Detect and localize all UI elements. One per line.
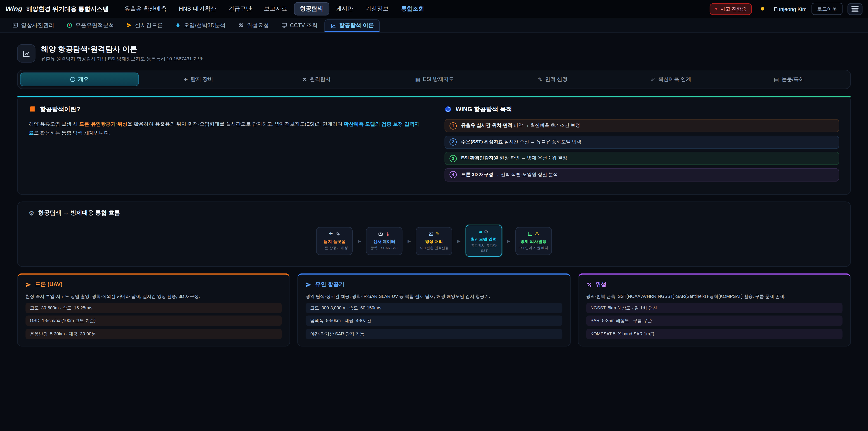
overview-section: 항공탐색이란? 해양 유류오염 발생 시 드론·유인항공기·위성을 활용하여 유… bbox=[17, 96, 851, 195]
page-icon-tile bbox=[17, 44, 35, 63]
number-badge-3: 3 bbox=[450, 155, 457, 162]
tab-prediction-link[interactable]: 확산예측 연계 bbox=[612, 72, 730, 86]
drone-icon bbox=[126, 22, 132, 28]
flow-arrow-icon: ▶ bbox=[358, 238, 361, 243]
chart-icon bbox=[528, 232, 532, 237]
spec-row: 고도: 300-3,000m · 속도: 60-150m/s bbox=[306, 303, 562, 313]
number-badge-2: 2 bbox=[450, 138, 457, 146]
main-nav: 유출유 확산예측 HNS·대기확산 긴급구난 보고자료 항공탐색 게시판 기상정… bbox=[119, 2, 430, 16]
what-is-paragraph: 해양 유류오염 발생 시 드론·유인항공기·위성을 활용하여 유출유의 위치·면… bbox=[29, 120, 423, 137]
number-badge-1: 1 bbox=[450, 122, 457, 129]
brand-logo[interactable]: Wing 해양환경 위기대응 통합시스템 bbox=[5, 5, 109, 13]
notifications-bell-button[interactable] bbox=[756, 3, 769, 15]
app-title: 해양환경 위기대응 통합시스템 bbox=[26, 5, 109, 13]
spec-row: 운용반경: 5-30km · 체공: 30-90분 bbox=[26, 329, 282, 339]
nav-item-integrated-search[interactable]: 통합조회 bbox=[395, 3, 430, 15]
hamburger-icon bbox=[851, 6, 859, 7]
incident-badge-label: 사고 진행중 bbox=[720, 5, 747, 12]
flow-step-model-input: ≈ ⚙ 확산모델 입력 유출위치·유출량·SST bbox=[465, 225, 502, 257]
user-name: Eunjeong Kim bbox=[774, 6, 807, 12]
spec-row: NGSST: 5km 해상도 · 일 1회 갱신 bbox=[586, 303, 843, 313]
nav-item-oil-spill-prediction[interactable]: 유출유 확산예측 bbox=[119, 3, 172, 15]
platform-card-satellite: 위성 광역·반복 관측. SST(NOAA AVHRR·NGSST)·SAR(S… bbox=[578, 274, 851, 346]
remote-sensing-chart-icon bbox=[22, 49, 31, 58]
tab-remote-sensing[interactable]: 원격탐사 bbox=[257, 72, 375, 86]
tab-detection-equipment[interactable]: ✈ 탐지 장비 bbox=[139, 72, 257, 86]
chart-icon bbox=[330, 22, 336, 29]
cyclone-icon bbox=[445, 106, 452, 113]
spec-row: KOMPSAT-5: X-band SAR 1m급 bbox=[586, 329, 843, 339]
satellite-icon bbox=[335, 232, 340, 237]
platform-cards: 드론 (UAV) 현장 즉시 투입·저고도 정밀 촬영. 광학·적외선 카메라 … bbox=[17, 274, 851, 346]
book-icon bbox=[29, 106, 36, 113]
aircraft-card-heading: 유인 항공기 bbox=[306, 281, 562, 288]
aircraft-icon bbox=[306, 281, 312, 287]
flow-step-sensor-data: 센서 데이터 광학·IR·SAR·SST bbox=[366, 227, 403, 255]
purpose-item-initial-condition: 1 유출유 실시간 위치·면적 파악 → 확산예측 초기조건 보정 bbox=[445, 119, 839, 132]
topbar-right: ● 사고 진행중 Eunjeong Kim 로그아웃 bbox=[710, 3, 863, 15]
flow-diagram: ✈ 탐지 플랫폼 드론·항공기·위성 ▶ 센서 데이터 광학·IR·SAR·SS… bbox=[29, 225, 839, 257]
droplet-icon bbox=[175, 22, 181, 28]
tab-area-calculation[interactable]: ✎ 면적 산정 bbox=[494, 72, 612, 86]
subnav-item-image-management[interactable]: 영상사진관리 bbox=[6, 18, 60, 32]
thermometer-icon bbox=[385, 232, 391, 237]
flow-heading: ⚙ 항공탐색 → 방제대응 통합 흐름 bbox=[29, 209, 839, 217]
target-icon bbox=[66, 22, 72, 28]
nav-item-aerial-search[interactable]: 항공탐색 bbox=[294, 2, 329, 16]
subnav-item-oil-area-analysis[interactable]: 유출유면적분석 bbox=[61, 18, 120, 32]
logout-button[interactable]: 로그아웃 bbox=[811, 3, 842, 15]
nav-item-hns-dispersion[interactable]: HNS·대기확산 bbox=[173, 3, 222, 15]
bell-icon bbox=[760, 6, 766, 12]
nav-item-weather[interactable]: 기상정보 bbox=[360, 3, 394, 15]
purpose-heading: WING 항공탐색 목적 bbox=[445, 105, 839, 114]
satellite-icon bbox=[302, 77, 307, 82]
purpose-item-text: 드론 3D 재구성 → 선박 식별·오염원 정밀 분석 bbox=[461, 171, 558, 178]
nav-item-board[interactable]: 게시판 bbox=[330, 3, 359, 15]
drone-description: 현장 즉시 투입·저고도 정밀 촬영. 광학·적외선 카메라 탑재, 실시간 영… bbox=[26, 293, 282, 300]
tab-esi-map[interactable]: ▦ ESI 방제지도 bbox=[375, 72, 494, 86]
flow-step-image-processing: ✎ 영상 처리 좌표변환·면적산정 bbox=[416, 227, 452, 255]
alert-dot-icon: ● bbox=[715, 6, 718, 11]
number-badge-4: 4 bbox=[450, 171, 457, 178]
pencil-icon: ✎ bbox=[436, 232, 439, 236]
flow-step-icons: ✈ bbox=[319, 230, 350, 237]
monitor-icon bbox=[281, 22, 287, 28]
subnav-item-realtime-drone[interactable]: 실시간드론 bbox=[121, 18, 168, 32]
flow-arrow-icon: ▶ bbox=[507, 238, 510, 243]
main-content: 해양 항공탐색·원격탐사 이론 유출유 원격탐지·항공감시 기법·ESI 방제정… bbox=[0, 44, 868, 346]
sub-nav: 영상사진관리 유출유면적분석 실시간드론 오염/선박3D분석 위성요청 CCTV… bbox=[0, 18, 868, 33]
flow-step-platforms: ✈ 탐지 플랫폼 드론·항공기·위성 bbox=[316, 227, 353, 255]
photo-icon bbox=[428, 232, 433, 237]
hamburger-menu-button[interactable] bbox=[847, 3, 862, 14]
subnav-item-cctv[interactable]: CCTV 조회 bbox=[276, 18, 323, 32]
nav-item-emergency-rescue[interactable]: 긴급구난 bbox=[223, 3, 257, 15]
purpose-item-text: 유출유 실시간 위치·면적 파악 → 확산예측 초기조건 보정 bbox=[461, 122, 580, 129]
page-header: 해양 항공탐색·원격탐사 이론 유출유 원격탐지·항공감시 기법·ESI 방제정… bbox=[17, 44, 851, 63]
page-subtitle: 유출유 원격탐지·항공감시 기법·ESI 방제정보지도·등록특허 10-1567… bbox=[41, 56, 203, 62]
anchor-icon: ⚓ bbox=[535, 232, 539, 236]
plane-icon: ✈ bbox=[329, 232, 333, 236]
satellite-icon bbox=[238, 22, 244, 28]
platform-card-manned-aircraft: 유인 항공기 광역 탐색·장시간 체공. 광학·IR·SAR·SLAR·UV 등… bbox=[298, 274, 570, 346]
nav-item-reports[interactable]: 보고자료 bbox=[258, 3, 293, 15]
app-window: Wing 해양환경 위기대응 통합시스템 유출유 확산예측 HNS·대기확산 긴… bbox=[0, 0, 868, 431]
satellite-description: 광역·반복 관측. SST(NOAA AVHRR·NGSST)·SAR(Sent… bbox=[586, 293, 843, 300]
incident-status-badge[interactable]: ● 사고 진행중 bbox=[710, 3, 752, 14]
subnav-item-satellite-request[interactable]: 위성요청 bbox=[232, 18, 274, 32]
flow-arrow-icon: ▶ bbox=[408, 238, 411, 243]
subnav-item-aerial-search-theory[interactable]: 항공탐색 이론 bbox=[324, 20, 380, 32]
tab-overview[interactable]: i 개요 bbox=[20, 72, 139, 86]
spec-row: SAR: 5-25m 해상도 · 구름 무관 bbox=[586, 315, 843, 326]
flow-section: ⚙ 항공탐색 → 방제대응 통합 흐름 ✈ 탐지 플랫폼 드론·항공기·위성 ▶ bbox=[17, 202, 851, 267]
gear-icon: ⚙ bbox=[29, 210, 34, 216]
flow-step-response-decision: ⚓ 방제 의사결정 ESI 연계·자원 배치 bbox=[515, 227, 552, 255]
pencil-icon: ✎ bbox=[538, 77, 542, 82]
subnav-item-pollution-ship-3d[interactable]: 오염/선박3D분석 bbox=[169, 18, 231, 32]
spec-row: 탐색폭: 5-50km · 체공: 4-8시간 bbox=[306, 315, 562, 326]
drone-icon bbox=[26, 281, 32, 287]
flow-step-icons: ⚓ bbox=[518, 230, 549, 237]
tab-papers-patents[interactable]: ▤ 논문/특허 bbox=[730, 72, 848, 86]
gear-icon: ⚙ bbox=[484, 229, 488, 235]
purpose-item-sst-input: 2 수온(SST) 위성자료 실시간 수신 → 유출유 풍화모델 입력 bbox=[445, 135, 839, 149]
page-title: 해양 항공탐색·원격탐사 이론 bbox=[41, 44, 203, 54]
